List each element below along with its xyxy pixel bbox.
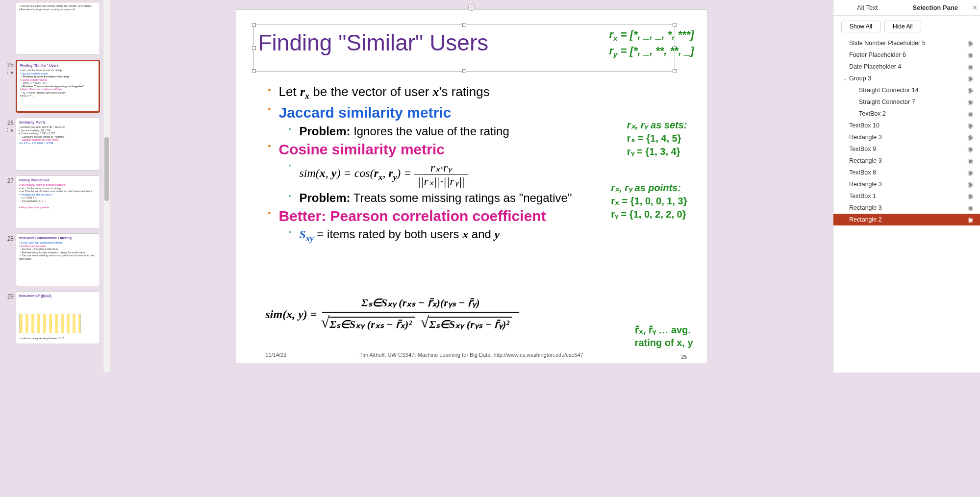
slide-canvas[interactable]: ⟲ Finding "Similar" Users rx = [*, _, _,… [236,10,707,363]
selection-item[interactable]: TextBox 1◉ [833,190,980,202]
selection-item-label: Straight Connector 14 [859,87,967,94]
text: sim(x, y) = [266,308,317,321]
thumb-text: Cosine similarity metric [22,78,47,81]
thumb-preview[interactable]: Rating Predictions From similarity metri… [16,175,100,228]
selection-list[interactable]: Slide Number Placeholder 5◉Footer Placeh… [833,37,980,373]
visibility-eye-icon[interactable]: ◉ [967,51,973,59]
selection-item[interactable]: Straight Connector 7◉ [833,96,980,108]
selection-item[interactable]: TextBox 9◉ [833,143,980,155]
visibility-eye-icon[interactable]: ◉ [967,63,973,71]
selection-item[interactable]: Slide Number Placeholder 5◉ [833,37,980,49]
selection-item[interactable]: Date Placeholder 4◉ [833,61,980,73]
thumb-preview[interactable]: Item-Item CF (|N|=2) □ unknown rating ■ … [16,291,100,344]
resize-handle[interactable] [673,23,677,27]
thumb-number [3,2,16,4]
show-all-button[interactable]: Show All [841,21,880,32]
visibility-eye-icon[interactable]: ◉ [967,98,973,106]
selection-item-label: Slide Number Placeholder 5 [849,40,967,47]
thumbnail-26[interactable]: 26 ⋮★ Similarity Metric • Intuitively we… [3,118,100,171]
thumb-title: Finding "Similar" Users [20,63,96,68]
thumb-preview[interactable]: Item-Item Collaborative Filtering • So f… [16,233,100,286]
annot-sub: x [613,34,618,42]
text: rₓ, rᵧ as sets: [627,120,687,130]
thumb-text: Let rₓ be the vector of user x's ratings [21,187,61,190]
selection-item[interactable]: Rectangle 2◉ [833,214,980,225]
annot-text: r [609,28,613,41]
thumb-preview[interactable]: Similarity Metric • Intuitively we want:… [16,118,100,171]
resize-handle[interactable] [252,69,256,73]
close-icon[interactable]: ✕ [969,0,980,15]
visibility-eye-icon[interactable]: ◉ [967,133,973,141]
thumbnail-28[interactable]: 28 Item-Item Collaborative Filtering • S… [3,233,100,286]
selection-item[interactable]: Footer Placeholder 6◉ [833,49,980,61]
expand-caret-icon[interactable]: ⌄ [843,76,849,81]
resize-handle[interactable] [673,69,677,73]
resize-handle[interactable] [462,69,466,73]
text: r [374,167,378,180]
tab-selection-pane[interactable]: Selection Pane [902,0,970,15]
scrollbar-thumb[interactable] [104,137,109,201]
tab-alt-text[interactable]: Alt Text [833,0,902,15]
text: x [320,167,326,180]
slide-editor-area[interactable]: ⟲ Finding "Similar" Users rx = [*, _, _,… [110,0,833,373]
thumbnail-24[interactable]: • Find set N of other users whose rating… [3,2,100,55]
selection-item[interactable]: Rectangle 3◉ [833,178,980,190]
visibility-eye-icon[interactable]: ◉ [967,75,973,82]
thumbnail-27[interactable]: 27 Rating Predictions From similarity me… [3,175,100,228]
thumb-text: From similarity metric to recommendation… [19,183,66,186]
selection-item[interactable]: Rectangle 3◉ [833,155,980,167]
thumb-text: sim(x, y) = … [20,94,35,97]
visibility-eye-icon[interactable]: ◉ [967,110,973,118]
selection-item[interactable]: TextBox 2◉ [833,108,980,120]
slide-content: Let rx be the vector of user x's ratings… [263,83,687,244]
visibility-eye-icon[interactable]: ◉ [967,86,973,94]
selection-item-label: Rectangle 3 [849,204,967,211]
slide-thumbnail-panel[interactable]: • Find set N of other users whose rating… [0,0,103,373]
visibility-eye-icon[interactable]: ◉ [967,216,973,224]
selection-item[interactable]: TextBox 10◉ [833,120,980,131]
visibility-eye-icon[interactable]: ◉ [967,180,973,188]
text: ) = [397,167,414,180]
thumb-text: Cosine similarity: 0.380 > 0.322 [21,132,55,135]
thumbnail-29[interactable]: 29 Item-Item CF (|N|=2) □ unknown rating… [3,291,100,344]
text: Let [279,84,300,99]
thumb-text: Better: Pearson correlation coefficient [22,88,62,91]
selection-item[interactable]: ⌄Group 3◉ [833,73,980,84]
right-pane-tabs: Alt Text Selection Pane ✕ [833,0,980,16]
thumb-text: Prediction for item i of user x: [21,193,52,196]
visibility-eye-icon[interactable]: ◉ [967,169,973,176]
slide-title[interactable]: Finding "Similar" Users [258,29,489,56]
resize-handle[interactable] [252,46,256,50]
footer-slide-number: 25 [681,354,687,360]
thumb-number: 26 ⋮★ [3,118,16,133]
selection-item[interactable]: TextBox 8◉ [833,167,980,178]
selection-item[interactable]: Rectangle 3◉ [833,202,980,214]
thumb-preview-selected[interactable]: Finding "Similar" Users • Let rₓ be the … [16,60,100,113]
selection-item-label: TextBox 10 [849,122,967,129]
thumb-text: Jaccard similarity metric [22,72,48,75]
thumb-text: Find set N of other users whose ratings … [21,4,91,7]
thumb-text: Jaccard similarity: 1/5 < 2/4 [21,129,50,132]
thumb-preview[interactable]: • Find set N of other users whose rating… [16,2,100,55]
visibility-eye-icon[interactable]: ◉ [967,204,973,212]
rotate-handle-icon[interactable]: ⟲ [468,4,475,11]
thumb-text: Problem: Ignores the value of the rating [23,75,69,78]
selection-item-label: Date Placeholder 4 [849,63,967,70]
selection-item[interactable]: Rectangle 3◉ [833,131,980,143]
thumbnail-scrollbar[interactable] [103,0,110,373]
selection-item-label: Rectangle 2 [849,216,967,223]
visibility-eye-icon[interactable]: ◉ [967,39,973,47]
visibility-eye-icon[interactable]: ◉ [967,157,973,165]
visibility-eye-icon[interactable]: ◉ [967,192,973,200]
star-icon: ⋮★ [5,70,14,75]
hide-all-button[interactable]: Hide All [884,21,921,32]
visibility-eye-icon[interactable]: ◉ [967,122,973,129]
text: Cosine similarity metric [279,141,445,157]
text: x [433,85,439,99]
thumbnail-25[interactable]: 25 ⋮★ Finding "Similar" Users • Let rₓ b… [3,60,100,113]
visibility-eye-icon[interactable]: ◉ [967,145,973,153]
resize-handle[interactable] [462,23,466,27]
selection-item-label: Rectangle 3 [849,157,967,164]
resize-handle[interactable] [252,23,256,27]
selection-item[interactable]: Straight Connector 14◉ [833,84,980,96]
